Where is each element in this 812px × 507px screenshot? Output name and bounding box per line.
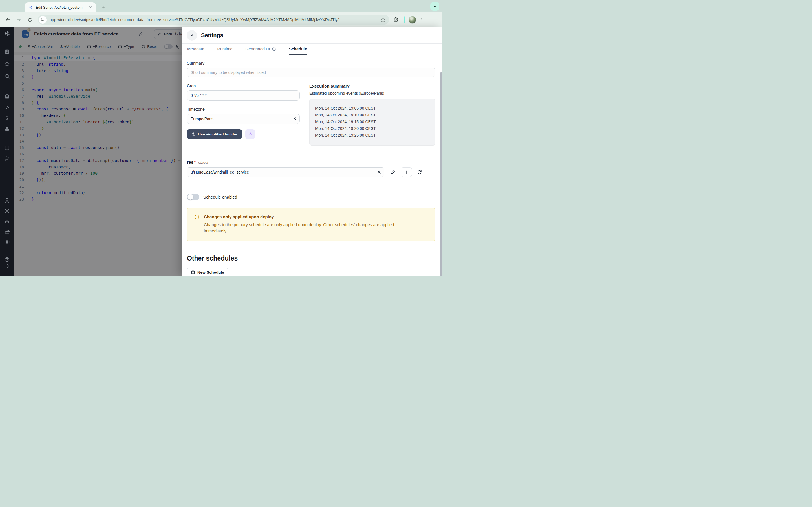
bookmark-star-icon[interactable] xyxy=(380,17,386,22)
warning-title: Changes only applied upon deploy xyxy=(204,214,418,219)
windmill-favicon xyxy=(29,5,33,10)
sidebar-item-favorites[interactable] xyxy=(4,61,10,67)
sidebar-help-button[interactable] xyxy=(4,257,10,262)
help-circle-icon xyxy=(4,257,10,263)
chevron-down-icon xyxy=(433,4,437,8)
clear-timezone-button[interactable] xyxy=(293,117,297,121)
use-simplified-builder-button[interactable]: Use simplified builder xyxy=(187,129,242,139)
warning-body: Changes to the primary schedule are only… xyxy=(204,222,418,234)
magic-wand-icon xyxy=(248,132,252,136)
add-resource-button[interactable] xyxy=(401,167,412,177)
sidebar-divider xyxy=(0,41,14,41)
close-icon xyxy=(190,33,194,38)
reload-icon xyxy=(28,17,33,22)
gear-icon xyxy=(4,208,10,214)
other-schedules-title: Other schedules xyxy=(187,255,435,262)
sidebar-item-schedules[interactable] xyxy=(4,145,10,151)
edit-resource-button[interactable] xyxy=(391,170,396,175)
clear-x-icon xyxy=(377,170,382,174)
schedule-panel: Summary Cron Timezone xyxy=(183,55,442,276)
eye-icon xyxy=(4,239,10,245)
tab-generated-ui[interactable]: Generated UI xyxy=(245,44,276,55)
new-schedule-button[interactable]: New Schedule xyxy=(187,268,228,276)
boxes-icon xyxy=(4,126,10,132)
arg-type: object xyxy=(199,160,208,165)
sidebar-item-audit[interactable] xyxy=(4,239,10,245)
play-icon xyxy=(4,105,10,110)
calendar-icon xyxy=(4,145,10,151)
robot-icon xyxy=(4,219,10,224)
profile-color-separator xyxy=(404,16,405,23)
back-button[interactable] xyxy=(3,15,12,24)
arg-name: res xyxy=(187,160,193,165)
settings-drawer: Settings Metadata Runtime Generated UI S… xyxy=(183,27,442,276)
drawer-header: Settings xyxy=(183,27,442,44)
schedule-event: Mon, 14 Oct 2024, 19:15:00 CEST xyxy=(315,118,435,125)
tab-metadata[interactable]: Metadata xyxy=(187,44,204,55)
sidebar-item-runs[interactable] xyxy=(4,105,10,110)
plus-icon xyxy=(404,170,409,174)
schedule-event: Mon, 14 Oct 2024, 19:20:00 CEST xyxy=(315,125,435,132)
sidebar-item-folders[interactable] xyxy=(4,229,10,234)
clear-resource-button[interactable] xyxy=(377,170,382,174)
sidebar-item-workspace[interactable] xyxy=(4,49,10,55)
argument-section: res * object xyxy=(187,160,435,177)
timezone-label: Timezone xyxy=(187,107,300,112)
refresh-icon xyxy=(417,170,422,175)
url-text[interactable]: app.windmill.dev/scripts/edit/f/bd/fetch… xyxy=(50,17,378,22)
tab-schedule[interactable]: Schedule xyxy=(289,44,307,55)
sidebar-expand-button[interactable] xyxy=(4,263,10,269)
alert-circle-icon xyxy=(194,214,200,234)
profile-avatar[interactable] xyxy=(409,16,416,24)
upcoming-events-panel: Mon, 14 Oct 2024, 19:05:00 CESTMon, 14 O… xyxy=(309,99,435,146)
deploy-warning: Changes only applied upon deploy Changes… xyxy=(187,208,435,241)
app-content: TS Fetch customer data from EE service P… xyxy=(0,27,442,276)
tab-strip: Edit Script f/bd/fetch_custom xyxy=(0,0,442,12)
browser-window: Edit Script f/bd/fetch_custom xyxy=(0,0,442,276)
required-mark: * xyxy=(194,160,196,165)
extensions-puzzle-icon xyxy=(393,17,399,22)
forward-button[interactable] xyxy=(14,15,23,24)
schedule-enabled-toggle[interactable] xyxy=(187,193,199,200)
tab-search-button[interactable] xyxy=(430,2,439,11)
tab-close-icon[interactable] xyxy=(88,5,93,10)
arrow-right-icon xyxy=(4,263,10,269)
site-info-button[interactable] xyxy=(39,16,47,24)
cron-input[interactable] xyxy=(187,91,300,101)
schedule-event: Mon, 14 Oct 2024, 19:10:00 CEST xyxy=(315,112,435,118)
resource-input[interactable] xyxy=(187,167,384,177)
timezone-input[interactable] xyxy=(187,114,300,124)
sidebar-item-home[interactable] xyxy=(4,93,10,99)
forward-arrow-icon xyxy=(16,17,21,22)
sidebar-item-settings[interactable] xyxy=(4,208,10,214)
reload-button[interactable] xyxy=(26,15,35,24)
ai-cron-button[interactable] xyxy=(245,129,255,139)
tab-runtime[interactable]: Runtime xyxy=(217,44,233,55)
info-icon xyxy=(272,47,276,51)
url-bar[interactable]: app.windmill.dev/scripts/edit/f/bd/fetch… xyxy=(38,15,389,24)
cron-label: Cron xyxy=(187,83,300,88)
extensions-button[interactable] xyxy=(393,17,399,22)
sidebar-item-user[interactable] xyxy=(4,198,10,203)
refresh-resource-button[interactable] xyxy=(417,170,422,175)
pencil-icon xyxy=(391,170,396,175)
browser-tab[interactable]: Edit Script f/bd/fetch_custom xyxy=(25,2,96,12)
route-icon xyxy=(4,156,10,161)
execution-summary-title: Execution summary xyxy=(309,83,435,89)
close-drawer-button[interactable] xyxy=(187,30,197,41)
summary-input[interactable] xyxy=(187,68,435,77)
new-tab-button[interactable] xyxy=(99,3,107,11)
sidebar-item-resources[interactable] xyxy=(4,126,10,132)
browser-menu-button[interactable] xyxy=(419,17,424,22)
sidebar-item-variables[interactable] xyxy=(4,115,10,121)
sidebar-item-ai[interactable] xyxy=(4,219,10,224)
drawer-title: Settings xyxy=(201,32,223,39)
browser-toolbar: app.windmill.dev/scripts/edit/f/bd/fetch… xyxy=(0,12,442,27)
sidebar-item-routes[interactable] xyxy=(4,156,10,161)
dollar-icon xyxy=(4,115,10,121)
drawer-scrollbar[interactable] xyxy=(441,72,442,276)
execution-summary-subtitle: Estimated upcoming events (Europe/Paris) xyxy=(309,91,435,96)
windmill-logo-icon[interactable] xyxy=(4,30,10,37)
sidebar-divider xyxy=(0,85,14,85)
sidebar-item-search[interactable] xyxy=(4,73,10,79)
